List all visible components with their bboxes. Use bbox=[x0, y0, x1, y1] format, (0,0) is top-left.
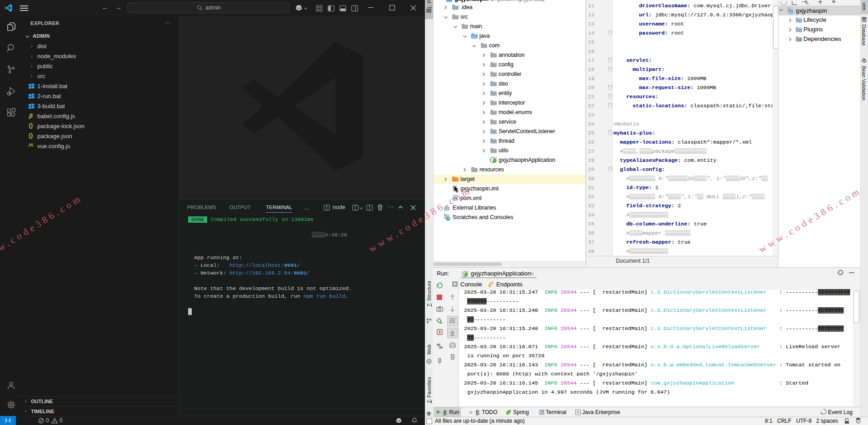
svg-text:m: m bbox=[790, 10, 793, 14]
